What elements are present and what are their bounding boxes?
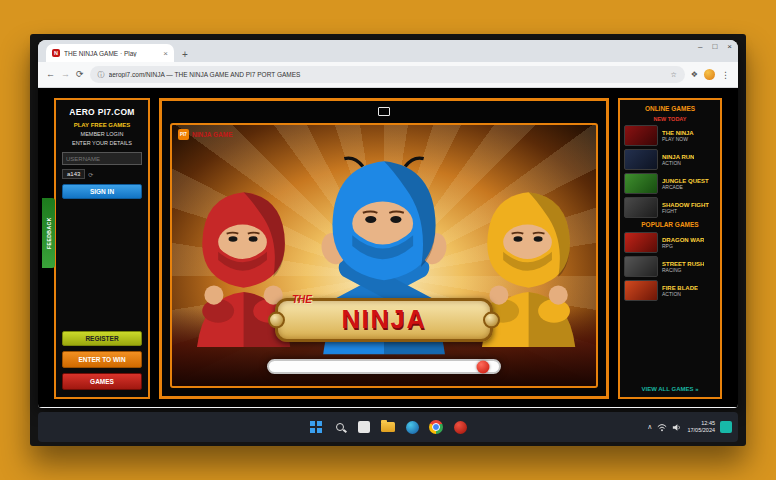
games-header-top: ONLINE GAMES [624,105,716,113]
chrome-icon [429,420,443,434]
teal-tray-app-icon[interactable] [720,421,732,433]
captcha-row: a143 ⟳ [62,169,142,179]
loading-knob [476,360,489,373]
chrome-button[interactable] [428,419,444,435]
game-thumbnail [624,125,658,146]
game-list-item[interactable]: THE NINJAPLAY NOW [624,125,716,146]
browser-toolbar: ← → ⟳ ⓘ aeropi7.com/NINJA — THE NINJA GA… [38,62,738,88]
address-bar[interactable]: ⓘ aeropi7.com/NINJA — THE NINJA GAME AND… [90,66,685,83]
file-explorer-button[interactable] [380,419,396,435]
game-thumbnail [624,232,658,253]
window-controls: – □ × [698,43,732,51]
login-label: MEMBER LOGIN [62,131,142,137]
game-logo-plaque: THE NINJA [275,298,493,342]
game-panel: PI7 NINJA GAME THE NINJA [159,98,609,399]
game-thumbnail [624,197,658,218]
edge-button[interactable] [404,419,420,435]
browser-tab[interactable]: N THE NINJA GAME · Play × [46,44,174,62]
logo-prefix: THE [292,294,312,305]
enter-to-win-button[interactable]: ENTER TO WIN [62,351,142,368]
game-thumbnail [624,173,658,194]
tab-favicon-icon: N [52,49,60,57]
game-list-item[interactable]: JUNGLE QUESTARCADE [624,173,716,194]
game-subtitle: RPG [662,243,704,249]
sign-in-button[interactable]: SIGN IN [62,184,142,199]
minimize-button[interactable]: – [698,43,702,51]
brand-badge-icon: PI7 [178,129,189,140]
new-tab-button[interactable]: + [182,49,188,62]
maximize-button[interactable]: □ [712,43,717,51]
game-list-item[interactable]: NINJA RUNACTION [624,149,716,170]
reload-icon[interactable]: ⟳ [76,70,84,79]
taskbar-clock[interactable]: 12:45 17/05/2024 [687,420,715,434]
game-thumbnail [624,149,658,170]
game-subtitle: PLAY NOW [662,136,694,142]
game-list-item[interactable]: SHADOW FIGHTFIGHT [624,197,716,218]
page-content: FEEDBACK AERO PI7.COM PLAY FREE GAMES ME… [38,88,738,407]
site-logo: AERO PI7.COM [62,107,142,117]
taskbar-center-icons [308,419,468,435]
brand-label: NINJA GAME [192,131,233,138]
game-subtitle: FIGHT [662,208,709,214]
forward-icon[interactable]: → [61,70,70,79]
browser-window: N THE NINJA GAME · Play × + – □ × ← → ⟳ … [38,40,738,408]
game-brand: PI7 NINJA GAME [178,129,233,140]
browser-menu-icon[interactable]: ⋮ [721,70,730,80]
game-subtitle: ACTION [662,291,698,297]
game-list-item[interactable]: FIRE BLADEACTION [624,280,716,301]
clock-date: 17/05/2024 [687,427,715,434]
start-button[interactable] [308,419,324,435]
desktop: N THE NINJA GAME · Play × + – □ × ← → ⟳ … [30,34,746,446]
feedback-tab[interactable]: FEEDBACK [42,198,55,268]
url-text: aeropi7.com/NINJA — THE NINJA GAME AND P… [109,71,667,78]
taskbar: ∧ 12:45 17/05/2024 [38,412,738,442]
logo-text: NINJA [341,305,426,334]
right-sidebar: ONLINE GAMES NEW TODAY THE NINJAPLAY NOW… [618,98,722,399]
system-tray: ∧ 12:45 17/05/2024 [647,420,732,434]
extensions-icon[interactable]: ❖ [691,70,698,79]
volume-icon[interactable] [672,423,682,432]
tab-strip: N THE NINJA GAME · Play × + – □ × [38,40,738,62]
close-button[interactable]: × [727,43,732,51]
game-subtitle: ACTION [662,160,694,166]
tab-close-icon[interactable]: × [163,49,168,58]
fullscreen-icon[interactable] [378,107,390,116]
games-button[interactable]: GAMES [62,373,142,390]
register-button[interactable]: REGISTER [62,331,142,346]
tray-overflow-icon[interactable]: ∧ [647,423,652,431]
game-app-button[interactable] [452,419,468,435]
profile-avatar[interactable] [704,69,715,80]
site-tagline: PLAY FREE GAMES [62,122,142,128]
generic-app-icon [358,421,370,433]
pinned-app-button[interactable] [356,419,372,435]
game-subtitle: RACING [662,267,704,273]
left-sidebar: FEEDBACK AERO PI7.COM PLAY FREE GAMES ME… [54,98,150,399]
red-app-icon [454,421,467,434]
bookmark-star-icon[interactable]: ☆ [671,71,677,79]
loading-bar [267,359,501,374]
site-info-icon[interactable]: ⓘ [98,70,105,80]
taskbar-search-button[interactable] [332,419,348,435]
captcha-code: a143 [62,169,85,179]
game-list-item[interactable]: STREET RUSHRACING [624,256,716,277]
game-thumbnail [624,256,658,277]
clock-time: 12:45 [701,420,715,427]
windows-logo-icon [310,421,322,433]
login-hint: ENTER YOUR DETAILS [62,140,142,146]
game-list-item[interactable]: DRAGON WARRPG [624,232,716,253]
games-header-mid: POPULAR GAMES [624,221,716,229]
edge-icon [406,421,419,434]
tab-title: THE NINJA GAME · Play [64,50,159,57]
view-all-games-link[interactable]: VIEW ALL GAMES » [624,386,716,392]
game-thumbnail [624,280,658,301]
wifi-icon[interactable] [657,423,667,432]
search-icon [336,423,344,431]
game-subtitle: ARCADE [662,184,709,190]
game-canvas[interactable]: PI7 NINJA GAME THE NINJA [170,123,598,388]
captcha-refresh-icon[interactable]: ⟳ [88,171,93,178]
username-input[interactable] [62,152,142,165]
sidebar-spacer [62,199,142,326]
games-header-top-sub: NEW TODAY [624,116,716,122]
back-icon[interactable]: ← [46,70,55,79]
folder-icon [381,422,395,432]
